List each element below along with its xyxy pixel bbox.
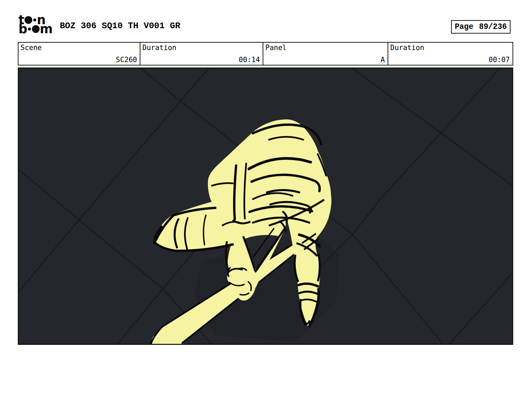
scene-cell: Scene SC260 <box>18 43 140 65</box>
page-value: 89/236 <box>479 22 507 31</box>
page-label: Page <box>455 22 473 31</box>
scene-value: SC260 <box>116 56 137 64</box>
panel-info-table: Scene SC260 Duration 00:14 Panel A Durat… <box>18 42 513 65</box>
storyboard-panel-image <box>18 67 513 345</box>
project-title: BOZ 306 SQ10 TH V001 GR <box>60 21 180 31</box>
scene-label: Scene <box>20 44 42 52</box>
duration-label-2: Duration <box>390 44 424 52</box>
logo-row-boom: b m <box>18 24 62 34</box>
duration-label: Duration <box>142 44 176 52</box>
panel-duration-cell: Duration 00:07 <box>388 43 513 65</box>
logo-dot-icon <box>28 28 31 31</box>
page-number-box: Page 89/236 <box>451 20 511 34</box>
logo-letter: b <box>18 24 27 34</box>
duration-value: 00:14 <box>239 56 260 64</box>
panel-value: A <box>381 56 385 64</box>
duration-value-2: 00:07 <box>489 56 510 64</box>
storyboard-panel-drawing <box>18 67 513 345</box>
page-header: t n b m BOZ 306 SQ10 TH V001 GR Page 89/… <box>0 0 532 42</box>
panel-cell: Panel A <box>263 43 388 65</box>
toonboom-logo: t n b m <box>18 15 62 39</box>
panel-label: Panel <box>265 44 286 52</box>
logo-letter: m <box>40 24 53 34</box>
logo-dot-icon <box>32 25 40 33</box>
scene-duration-cell: Duration 00:14 <box>140 43 263 65</box>
storyboard-export-page: { "header": { "logo": { "chars": ["t", "… <box>0 0 532 411</box>
logo-dot-icon <box>33 18 36 21</box>
